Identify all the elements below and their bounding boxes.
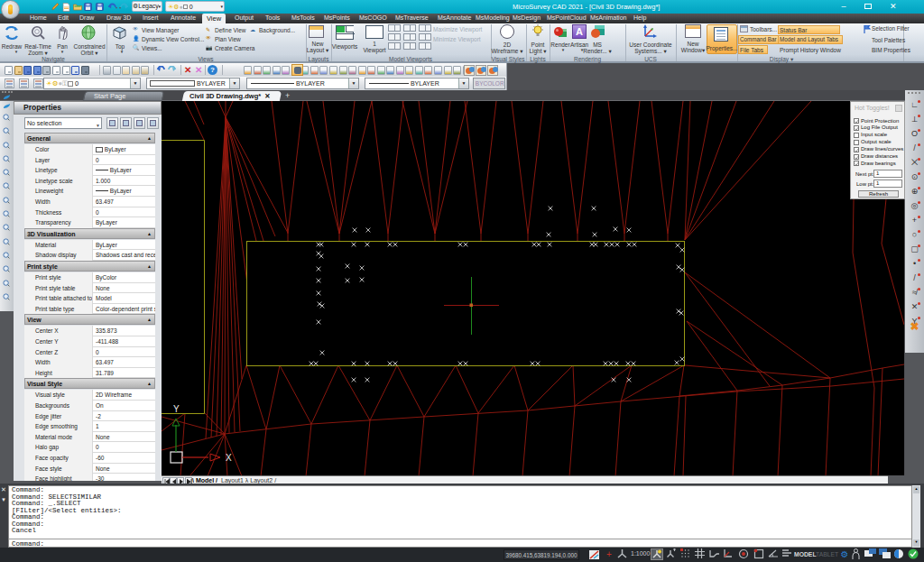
svg-text:Y: Y	[173, 404, 180, 414]
svg-text:X: X	[226, 453, 232, 463]
